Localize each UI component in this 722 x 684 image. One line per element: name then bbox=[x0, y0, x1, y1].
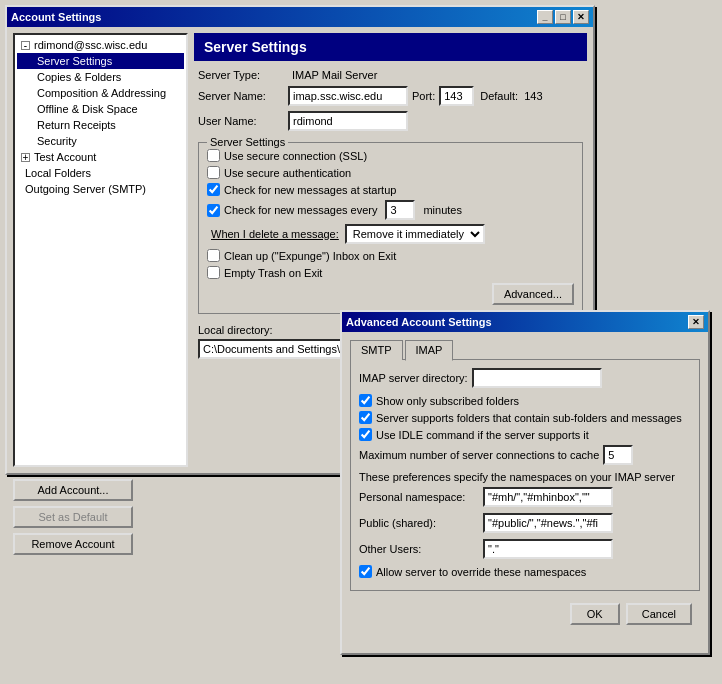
group-box-label: Server Settings bbox=[207, 136, 288, 148]
sidebar-item-local-folders[interactable]: Local Folders bbox=[17, 165, 184, 181]
sidebar-composition-label: Composition & Addressing bbox=[37, 87, 166, 99]
titlebar-buttons: _ □ ✕ bbox=[537, 10, 589, 24]
local-directory-label: Local directory: bbox=[198, 324, 273, 336]
interval-checkbox[interactable] bbox=[207, 204, 220, 217]
expunge-checkbox[interactable] bbox=[207, 249, 220, 262]
idle-label: Use IDLE command if the server supports … bbox=[376, 429, 589, 441]
minimize-button[interactable]: _ bbox=[537, 10, 553, 24]
subscribed-label: Show only subscribed folders bbox=[376, 395, 519, 407]
username-input[interactable] bbox=[288, 111, 408, 131]
max-connections-input[interactable] bbox=[603, 445, 633, 465]
ssl-checkbox[interactable] bbox=[207, 149, 220, 162]
imap-dir-label: IMAP server directory: bbox=[359, 372, 468, 384]
sidebar-security-label: Security bbox=[37, 135, 77, 147]
close-button[interactable]: ✕ bbox=[573, 10, 589, 24]
server-name-input[interactable] bbox=[288, 86, 408, 106]
subscribed-checkbox[interactable] bbox=[359, 394, 372, 407]
sidebar-offline-label: Offline & Disk Space bbox=[37, 103, 138, 115]
startup-label: Check for new messages at startup bbox=[224, 184, 396, 196]
expand-icon: + bbox=[21, 153, 30, 162]
sidebar-item-offline[interactable]: Offline & Disk Space bbox=[17, 101, 184, 117]
expunge-label: Clean up ("Expunge") Inbox on Exit bbox=[224, 250, 396, 262]
username-row: User Name: bbox=[194, 111, 587, 131]
sidebar: - rdimond@ssc.wisc.edu Server Settings C… bbox=[13, 33, 188, 467]
idle-checkbox[interactable] bbox=[359, 428, 372, 441]
sidebar-item-server-settings[interactable]: Server Settings bbox=[17, 53, 184, 69]
max-connections-label: Maximum number of server connections to … bbox=[359, 449, 599, 461]
sidebar-item-test-account[interactable]: + Test Account bbox=[17, 149, 184, 165]
advanced-button[interactable]: Advanced... bbox=[492, 283, 574, 305]
imap-dir-input[interactable] bbox=[472, 368, 602, 388]
startup-checkbox[interactable] bbox=[207, 183, 220, 196]
interval-unit-label: minutes bbox=[423, 204, 462, 216]
personal-ns-input[interactable] bbox=[483, 487, 613, 507]
sidebar-server-settings-label: Server Settings bbox=[37, 55, 112, 67]
ssl-checkbox-row: Use secure connection (SSL) bbox=[207, 149, 574, 162]
subscribed-checkbox-row: Show only subscribed folders bbox=[359, 394, 691, 407]
advanced-title: Advanced Account Settings bbox=[346, 316, 492, 328]
sidebar-root-label: rdimond@ssc.wisc.edu bbox=[34, 39, 147, 51]
auth-checkbox[interactable] bbox=[207, 166, 220, 179]
idle-checkbox-row: Use IDLE command if the server supports … bbox=[359, 428, 691, 441]
server-type-row: Server Type: IMAP Mail Server bbox=[194, 69, 587, 81]
trash-label: Empty Trash on Exit bbox=[224, 267, 322, 279]
personal-ns-row: Personal namespace: bbox=[359, 487, 691, 507]
ssl-label: Use secure connection (SSL) bbox=[224, 150, 367, 162]
sidebar-outgoing-label: Outgoing Server (SMTP) bbox=[25, 183, 146, 195]
tabs-container: SMTP IMAP bbox=[350, 340, 700, 360]
interval-value-input[interactable] bbox=[385, 200, 415, 220]
sidebar-local-folders-label: Local Folders bbox=[25, 167, 91, 179]
sidebar-return-label: Return Receipts bbox=[37, 119, 116, 131]
server-name-label: Server Name: bbox=[198, 90, 288, 102]
advanced-close-button[interactable]: ✕ bbox=[688, 315, 704, 329]
sidebar-item-security[interactable]: Security bbox=[17, 133, 184, 149]
ok-button[interactable]: OK bbox=[570, 603, 620, 625]
add-account-button[interactable]: Add Account... bbox=[13, 479, 133, 501]
public-ns-label: Public (shared): bbox=[359, 517, 479, 529]
account-settings-titlebar: Account Settings _ □ ✕ bbox=[7, 7, 593, 27]
sidebar-root-account[interactable]: - rdimond@ssc.wisc.edu bbox=[17, 37, 184, 53]
personal-ns-label: Personal namespace: bbox=[359, 491, 479, 503]
auth-label: Use secure authentication bbox=[224, 167, 351, 179]
sidebar-item-return-receipts[interactable]: Return Receipts bbox=[17, 117, 184, 133]
trash-checkbox[interactable] bbox=[207, 266, 220, 279]
interval-checkbox-row: Check for new messages every minutes bbox=[207, 200, 574, 220]
auth-checkbox-row: Use secure authentication bbox=[207, 166, 574, 179]
remove-account-button[interactable]: Remove Account bbox=[13, 533, 133, 555]
override-label: Allow server to override these namespace… bbox=[376, 566, 586, 578]
maximize-button[interactable]: □ bbox=[555, 10, 571, 24]
account-settings-title: Account Settings bbox=[11, 11, 101, 23]
tab-content-imap: IMAP server directory: Show only subscri… bbox=[350, 359, 700, 591]
override-checkbox-row: Allow server to override these namespace… bbox=[359, 565, 691, 578]
server-type-value: IMAP Mail Server bbox=[292, 69, 377, 81]
sidebar-item-outgoing-smtp[interactable]: Outgoing Server (SMTP) bbox=[17, 181, 184, 197]
trash-checkbox-row: Empty Trash on Exit bbox=[207, 266, 574, 279]
public-ns-input[interactable] bbox=[483, 513, 613, 533]
other-ns-input[interactable] bbox=[483, 539, 613, 559]
dialog-body: SMTP IMAP IMAP server directory: Show on… bbox=[342, 332, 708, 637]
interval-label: Check for new messages every bbox=[224, 204, 377, 216]
advanced-dialog: Advanced Account Settings ✕ SMTP IMAP IM… bbox=[340, 310, 710, 655]
public-ns-row: Public (shared): bbox=[359, 513, 691, 533]
subfolders-checkbox[interactable] bbox=[359, 411, 372, 424]
namespaces-info: These preferences specify the namespaces… bbox=[359, 471, 691, 483]
other-ns-row: Other Users: bbox=[359, 539, 691, 559]
override-checkbox[interactable] bbox=[359, 565, 372, 578]
tab-smtp[interactable]: SMTP bbox=[350, 340, 403, 360]
port-input[interactable] bbox=[439, 86, 474, 106]
sidebar-item-composition[interactable]: Composition & Addressing bbox=[17, 85, 184, 101]
delete-dropdown[interactable]: Remove it immediately bbox=[345, 224, 485, 244]
panel-title: Server Settings bbox=[194, 33, 587, 61]
expunge-checkbox-row: Clean up ("Expunge") Inbox on Exit bbox=[207, 249, 574, 262]
delete-message-row: When I delete a message: Remove it immed… bbox=[207, 224, 574, 244]
username-label: User Name: bbox=[198, 115, 288, 127]
tab-imap[interactable]: IMAP bbox=[405, 340, 454, 361]
startup-checkbox-row: Check for new messages at startup bbox=[207, 183, 574, 196]
set-default-button[interactable]: Set as Default bbox=[13, 506, 133, 528]
sidebar-test-account-label: Test Account bbox=[34, 151, 96, 163]
server-name-row: Server Name: Port: Default: 143 bbox=[194, 86, 587, 106]
advanced-titlebar-buttons: ✕ bbox=[688, 315, 704, 329]
server-settings-group: Server Settings Use secure connection (S… bbox=[198, 142, 583, 314]
sidebar-item-copies-folders[interactable]: Copies & Folders bbox=[17, 69, 184, 85]
cancel-button[interactable]: Cancel bbox=[626, 603, 692, 625]
